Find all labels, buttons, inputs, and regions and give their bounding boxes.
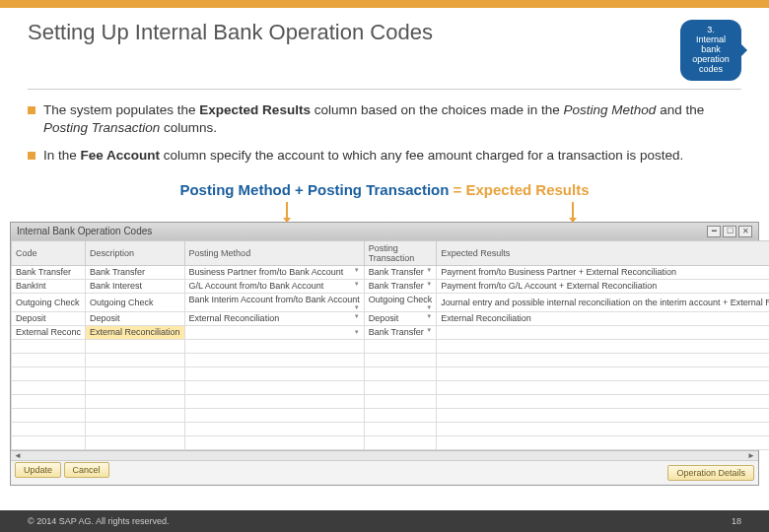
col-posting-method[interactable]: Posting Method <box>184 240 364 265</box>
table-row <box>12 435 770 449</box>
window-footer: Update Cancel Operation Details <box>11 460 758 485</box>
col-code[interactable]: Code <box>12 240 86 265</box>
table-row: Outgoing CheckOutgoing CheckBank Interim… <box>12 293 770 311</box>
title-area: Setting Up Internal Bank Operation Codes… <box>0 8 769 89</box>
bullet-list: The system populates the Expected Result… <box>0 101 769 166</box>
equation: Posting Method + Posting Transaction = E… <box>0 181 769 198</box>
page-title: Setting Up Internal Bank Operation Codes <box>28 20 433 45</box>
bullet-item: The system populates the Expected Result… <box>28 101 741 137</box>
page-number: 18 <box>732 516 741 526</box>
maximize-icon[interactable]: ☐ <box>723 226 736 237</box>
window-title: Internal Bank Operation Codes <box>17 226 152 236</box>
table-row <box>12 408 770 422</box>
update-button[interactable]: Update <box>15 462 61 478</box>
col-expected-results[interactable]: Expected Results <box>437 240 769 265</box>
table-row: External ReconcExternal ReconciliationBa… <box>12 325 770 339</box>
window-titlebar: Internal Bank Operation Codes ━ ☐ ✕ <box>11 223 758 240</box>
codes-table: Code Description Posting Method Posting … <box>11 240 769 450</box>
top-accent-bar <box>0 0 769 8</box>
divider <box>28 89 741 90</box>
table-row: Bank TransferBank TransferBusiness Partn… <box>12 265 770 279</box>
copyright: © 2014 SAP AG. All rights reserved. <box>28 516 170 526</box>
col-description[interactable]: Description <box>86 240 185 265</box>
minimize-icon[interactable]: ━ <box>707 226 721 237</box>
h-scrollbar[interactable]: ◄► <box>11 450 758 460</box>
operation-details-button[interactable]: Operation Details <box>667 465 754 481</box>
cancel-button[interactable]: Cancel <box>64 462 109 478</box>
table-row <box>12 422 770 435</box>
bullet-item: In the Fee Account column specify the ac… <box>28 147 741 165</box>
col-posting-transaction[interactable]: Posting Transaction <box>364 240 437 265</box>
step-indicator: 3. Internal bank operation codes <box>680 20 741 81</box>
arrow-down-icon <box>286 202 288 218</box>
pointer-arrows <box>0 202 769 222</box>
bullet-marker <box>28 106 35 114</box>
bullet-marker <box>28 152 35 160</box>
slide-footer: © 2014 SAP AG. All rights reserved. 18 <box>0 510 769 532</box>
table-row <box>12 366 770 380</box>
table-row <box>12 394 770 408</box>
table-row <box>12 353 770 366</box>
close-icon[interactable]: ✕ <box>738 226 752 237</box>
table-row: BankIntBank InterestG/L Account from/to … <box>12 279 770 293</box>
table-row: DepositDepositExternal ReconciliationDep… <box>12 311 770 325</box>
arrow-down-icon <box>572 202 574 218</box>
table-row <box>12 339 770 353</box>
table-row <box>12 380 770 394</box>
app-window: Internal Bank Operation Codes ━ ☐ ✕ Code… <box>10 222 759 486</box>
